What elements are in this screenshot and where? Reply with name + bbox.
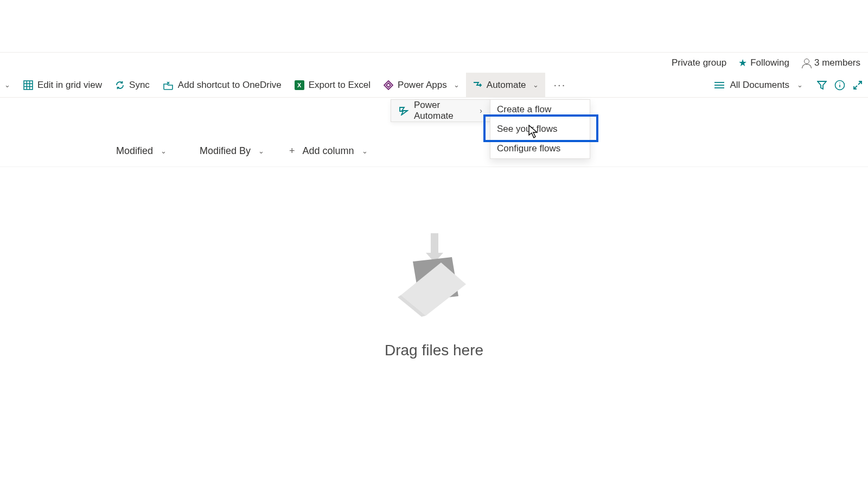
more-actions-button[interactable]: ··· [545,79,575,91]
sync-label: Sync [129,80,150,91]
empty-caption: Drag files here [385,342,483,359]
svg-marker-6 [386,83,391,87]
configure-flows-item[interactable]: Configure flows [490,139,590,158]
svg-marker-16 [400,107,407,115]
following-status[interactable]: ★ Following [738,57,789,68]
view-switcher[interactable]: All Documents ⌄ [708,73,809,97]
column-modified-label: Modified [116,145,153,157]
power-apps-label: Power Apps [398,80,447,91]
export-label: Export to Excel [309,80,371,91]
edit-grid-label: Edit in grid view [37,80,102,91]
power-automate-label: Power Automate [414,100,474,122]
column-modified[interactable]: Modified ⌄ [116,145,200,157]
members-count[interactable]: 3 members [801,57,860,68]
svg-marker-10 [818,81,826,89]
shortcut-label: Add shortcut to OneDrive [178,80,282,91]
following-label: Following [750,57,789,68]
column-headers: Modified ⌄ Modified By ⌄ + Add column ⌄ [0,136,868,167]
power-apps-icon [384,80,393,90]
edit-in-grid-view-button[interactable]: Edit in grid view [17,73,108,97]
power-automate-flyout: Create a flow See your flows Configure f… [490,99,590,159]
automate-icon [473,80,482,90]
svg-rect-17 [431,233,438,253]
svg-rect-0 [24,81,33,89]
power-apps-button[interactable]: Power Apps ⌄ [377,73,466,97]
empty-state: Drag files here [0,167,868,359]
star-icon: ★ [738,58,747,68]
expand-icon[interactable] [853,80,863,90]
chevron-down-icon: ⌄ [533,81,539,89]
empty-folder-icon [388,231,480,318]
chevron-down-icon: ⌄ [797,81,803,89]
automate-label: Automate [487,80,526,91]
automate-submenu[interactable]: Power Automate › [391,99,490,122]
chevron-right-icon: › [480,106,482,115]
chevron-down-icon: ⌄ [454,81,459,89]
person-icon [801,58,811,68]
group-info-bar: Private group ★ Following 3 members [0,52,868,73]
info-icon[interactable] [834,80,845,91]
add-column-button[interactable]: + Add column ⌄ [289,145,368,157]
blank-header-region [0,0,868,52]
add-column-label: Add column [303,145,354,157]
column-modified-by[interactable]: Modified By ⌄ [200,145,289,157]
list-view-icon [714,81,724,89]
plus-icon: + [289,145,295,157]
chevron-down-icon: ⌄ [4,81,10,89]
members-label: 3 members [814,57,860,68]
automate-button[interactable]: Automate ⌄ [466,73,545,97]
see-your-flows-item[interactable]: See your flows [490,119,590,139]
excel-icon: X [295,80,304,90]
view-label: All Documents [730,80,789,91]
export-to-excel-button[interactable]: X Export to Excel [288,73,377,97]
sync-icon [115,80,125,90]
chevron-down-icon: ⌄ [258,147,264,155]
svg-marker-5 [384,81,393,89]
chevron-down-icon: ⌄ [362,147,368,155]
power-automate-icon [399,106,409,116]
group-visibility: Private group [672,57,726,68]
column-modified-by-label: Modified By [200,145,251,157]
sync-button[interactable]: Sync [108,73,156,97]
grid-icon [23,80,33,90]
leading-dropdown[interactable]: ⌄ [0,73,17,97]
onedrive-shortcut-icon [163,80,174,90]
command-bar: ⌄ Edit in grid view Sync Add shortcut to… [0,73,868,98]
add-shortcut-button[interactable]: Add shortcut to OneDrive [156,73,288,97]
svg-point-13 [839,82,840,84]
filter-icon[interactable] [817,80,827,90]
chevron-down-icon: ⌄ [161,147,167,155]
create-a-flow-item[interactable]: Create a flow [490,100,590,119]
